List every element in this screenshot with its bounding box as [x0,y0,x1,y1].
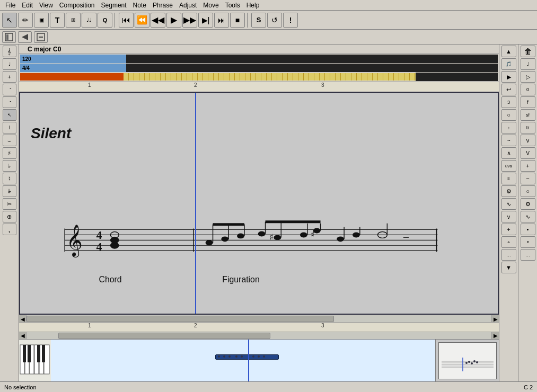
menu-phrase[interactable]: Phrase [149,1,176,10]
record-button[interactable]: S [251,13,266,28]
far-right-panel: 🗑 ♩ ▷ 0 f sf tr v V + − ○ ⚙ ∿ • ∘ … [518,44,537,381]
chord-tool-button[interactable]: Q [98,13,112,28]
lp-note1[interactable]: ♩ [3,58,16,70]
forward-button[interactable]: ▶| [198,13,213,28]
lp-note2[interactable]: + [3,71,16,83]
fr-trill[interactable]: tr [521,122,535,133]
menu-move[interactable]: Move [200,1,222,10]
fr-arrow-right[interactable]: ▷ [521,71,535,83]
fr-ellipsis[interactable]: … [521,249,535,261]
fr-wave[interactable]: ∿ [521,211,535,222]
lp-circle[interactable]: ⊕ [3,211,16,222]
fr-gear[interactable]: ⚙ [521,198,535,210]
lp-flat[interactable]: ♭ [3,160,16,172]
piano-tool-button[interactable]: ♩♩ [82,13,96,28]
rp-btn11[interactable]: ⚙ [501,185,516,197]
scroll-left-btn[interactable]: ◀ [19,315,27,323]
fr-num2[interactable]: f [521,96,535,108]
scroll-right-btn[interactable]: ▶ [491,315,499,323]
fast-rewind-button[interactable]: ◀◀ [151,13,165,28]
play-button[interactable]: ▶ [166,13,181,28]
tb2-btn3[interactable] [34,31,48,43]
rp-btn12[interactable]: ∿ [501,198,516,210]
lp-natural[interactable]: ♮ [3,173,16,184]
h-scroll-thumb[interactable] [58,333,270,339]
grid-tool-button[interactable]: ⊞ [66,13,81,28]
menu-view[interactable]: View [36,1,56,10]
rp-btn4[interactable]: 3 [501,96,516,108]
text-tool-button[interactable]: T [50,13,65,28]
end-button[interactable]: ⏭ [214,13,229,28]
eraser-tool-button[interactable]: ▣ [34,13,49,28]
fr-plus[interactable]: + [521,160,535,172]
lp-slur[interactable]: ⌣ [3,135,16,146]
rp-btn13[interactable]: v [501,211,516,222]
fr-minus[interactable]: − [521,173,535,184]
lp-sharp[interactable]: ♯ [3,147,16,159]
menu-composition[interactable]: Composition [56,1,98,10]
main-content: 𝄞 ♩ + 𝄻 𝄼 ↖ ⌇ ⌣ ♯ ♭ ♮ 𝄫 ✂ ⊕ , C major C0… [0,44,537,381]
rewind-start-button[interactable]: ⏮ [119,13,134,28]
score-area[interactable]: Silent 𝄞 4 4 [19,92,499,315]
tb2-btn2[interactable] [18,31,32,43]
rp-scrollup[interactable]: ▲ [501,46,516,57]
rp-btn16[interactable]: … [501,249,516,261]
pr-dot-3 [228,355,231,358]
playhead [195,93,196,314]
loop-button[interactable]: ↺ [267,13,282,28]
fr-dot2[interactable]: ∘ [521,236,535,248]
fr-num3[interactable]: sf [521,109,535,121]
score-scrollbar[interactable]: ◀ ▶ [19,315,499,322]
piano-roll[interactable] [51,340,435,381]
menu-note[interactable]: Note [130,1,149,10]
metronome-button[interactable]: ! [283,13,298,28]
rp-btn8[interactable]: ∧ [501,147,516,159]
rp-btn15[interactable]: ∘ [501,236,516,248]
lp-double-flat[interactable]: 𝄫 [3,185,16,197]
menu-adjust[interactable]: Adjust [176,1,200,10]
lp-select[interactable]: ↖ [3,109,16,121]
menu-tools[interactable]: Tools [222,1,243,10]
tb2-btn1[interactable] [2,31,16,43]
lp-beam[interactable]: ⌇ [3,122,16,133]
rp-btn9[interactable]: 8va [501,160,516,172]
scroll-thumb[interactable] [27,316,334,322]
rp-btn1[interactable]: 🎵 [501,58,516,70]
rp-scrolldown[interactable]: ▼ [501,262,516,273]
fr-note1[interactable]: ♩ [521,58,535,70]
rp-btn3[interactable]: ↩ [501,84,516,95]
menu-help[interactable]: Help [243,1,263,10]
rp-btn6[interactable]: 𝆔 [501,122,516,133]
menu-edit[interactable]: Edit [19,1,36,10]
rp-btn7[interactable]: ~ [501,135,516,146]
lp-comma[interactable]: , [3,224,16,235]
fr-num1[interactable]: 0 [521,84,535,95]
fr-trash[interactable]: 🗑 [521,46,535,57]
status-right: C 2 [524,384,533,390]
fast-forward-button[interactable]: ▶▶ [182,13,197,28]
fr-v2[interactable]: V [521,147,535,159]
menu-segment[interactable]: Segment [98,1,130,10]
rewind-button[interactable]: ⏪ [135,13,149,28]
rp-btn5[interactable]: ○ [501,109,516,121]
rp-btn2[interactable]: ▶ [501,71,516,83]
lp-rest2[interactable]: 𝄼 [3,96,16,108]
bottom-scrollbar[interactable]: ◀ ▶ [19,332,499,339]
lp-rest1[interactable]: 𝄻 [3,84,16,95]
rp-btn10[interactable]: ≡ [501,173,516,184]
select-tool-button[interactable]: ↖ [2,13,17,28]
svg-rect-1 [6,34,8,40]
scroll-right-btn2[interactable]: ▶ [491,332,499,340]
stop-button[interactable]: ■ [230,13,245,28]
fr-v1[interactable]: v [521,135,535,146]
menu-file[interactable]: File [2,1,19,10]
fr-circle[interactable]: ○ [521,185,535,197]
fr-dot[interactable]: • [521,224,535,235]
svg-rect-51 [28,345,31,362]
scroll-left-btn2[interactable]: ◀ [19,332,27,340]
lp-clef-treble[interactable]: 𝄞 [3,46,16,57]
pencil-tool-button[interactable]: ✏ [18,13,33,28]
svg-rect-54 [439,343,496,379]
lp-scissors[interactable]: ✂ [3,198,16,210]
rp-btn14[interactable]: + [501,224,516,235]
